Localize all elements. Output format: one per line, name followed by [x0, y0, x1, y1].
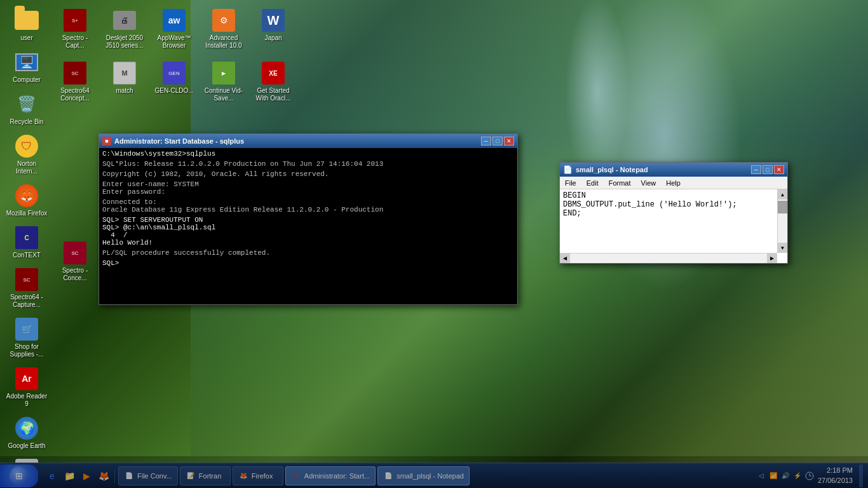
notepad-window[interactable]: 📄 small_plsql - Notepad ─ □ ✕ File Edit … — [559, 162, 788, 264]
notepad-menu-file[interactable]: File — [563, 179, 578, 187]
spectro-conce-icon: SC — [64, 241, 86, 264]
desktop-icon-advanced-installer[interactable]: ⚙ Advanced Installer 10.0 — [201, 6, 246, 51]
shop-icon: 🛒 — [15, 318, 38, 341]
notepad-minimize-btn[interactable]: ─ — [751, 165, 761, 174]
notepad-line-3: END; — [563, 209, 784, 218]
icon-label-user: user — [20, 34, 32, 42]
desktop-icon-spectro-conce[interactable]: SC Spectro - Conce... — [53, 239, 97, 283]
notepad-maximize-btn[interactable]: □ — [763, 165, 773, 174]
sqlplus-line-7: Oracle Database 11g Express Edition Rele… — [102, 206, 514, 214]
desktop-icon-context[interactable]: C ConTEXT — [4, 224, 49, 261]
system-tray: ◁ 📶 🔊 ⚡ 2:18 PM 27/06/2013 — [751, 464, 868, 487]
taskbar-item-file-conv[interactable]: 📄 File Conv... — [118, 466, 178, 485]
fortran-task-label: Fortran — [199, 472, 221, 480]
notepad-menu-edit[interactable]: Edit — [585, 179, 600, 187]
notepad-content[interactable]: BEGIN DBMS_OUTPUT.put_line ('Hello World… — [560, 189, 787, 253]
taskbar: ⊞ e 📁 ▶ 🦊 📄 File Conv... 📝 Fortran 🦊 Fir… — [0, 463, 868, 488]
notepad-menu-help[interactable]: Help — [664, 179, 682, 187]
desktop-icon-match[interactable]: M match — [102, 59, 147, 104]
system-clock[interactable]: 2:18 PM 27/06/2013 — [818, 466, 853, 485]
notepad-horizontal-scrollbar[interactable]: ◀ ▶ — [560, 253, 777, 263]
sqlplus-close-btn[interactable]: ✕ — [504, 137, 514, 146]
computer-icon: 🖥️ — [15, 53, 38, 71]
start-orb-icon: ⊞ — [10, 466, 29, 485]
icon-label-spectro64-concept: Spectro64 Concept... — [54, 87, 96, 102]
sqlplus-line-11: Hello World! — [102, 239, 514, 247]
icon-label-continue-vid: Continue Vid-Save... — [203, 87, 245, 102]
sqlplus-minimize-btn[interactable]: ─ — [481, 137, 491, 146]
desktop-icons-col1: user 🖥️ Computer 🗑️ Recycle Bin 🛡 Norton… — [1, 3, 52, 488]
sqlplus-titlebar: ■ Administrator: Start Database - sqlplu… — [99, 134, 517, 148]
desktop-icon-search[interactable]: 🔍 Search — [4, 456, 49, 488]
scroll-down-btn[interactable]: ▼ — [778, 243, 787, 253]
show-desktop-btn[interactable] — [859, 464, 863, 487]
taskbar-items: 📄 File Conv... 📝 Fortran 🦊 Firefox ■ Adm… — [118, 466, 751, 485]
desktop-icon-spectro-capt[interactable]: S+ Spectro - Capt... — [53, 6, 97, 51]
firefox-icon: 🦊 — [15, 184, 38, 207]
sqlplus-task-icon: ■ — [291, 471, 301, 481]
sqlplus-line-5: Enter password: — [102, 188, 514, 196]
icon-label-appwave: AppWave™ Browser — [153, 34, 195, 50]
file-conv-task-label: File Conv... — [137, 472, 172, 480]
desktop-icon-norton[interactable]: 🛡 Norton Intern... — [4, 132, 49, 177]
scroll-right-btn[interactable]: ▶ — [767, 254, 777, 263]
tray-network-icon[interactable]: 📶 — [768, 471, 778, 481]
icon-label-computer: Computer — [13, 76, 41, 84]
sqlplus-window[interactable]: ■ Administrator: Start Database - sqlplu… — [98, 133, 518, 305]
tray-notification-icon[interactable]: ◁ — [756, 471, 766, 481]
scroll-up-btn[interactable]: ▲ — [778, 189, 787, 200]
ql-media-icon[interactable]: ▶ — [79, 468, 94, 484]
ql-ie-icon[interactable]: e — [44, 468, 60, 484]
icon-label-advanced-installer: Advanced Installer 10.0 — [203, 34, 245, 50]
desktop-icon-spectro64[interactable]: SC Spectro64 - Capture... — [4, 266, 49, 310]
taskbar-item-notepad[interactable]: 📄 small_plsql - Notepad — [377, 466, 470, 485]
notepad-menu-format[interactable]: Format — [607, 179, 633, 187]
notepad-close-btn[interactable]: ✕ — [774, 165, 784, 174]
desktop-icon-computer[interactable]: 🖥️ Computer — [4, 48, 49, 85]
taskbar-item-sqlplus[interactable]: ■ Administrator: Start... — [285, 466, 376, 485]
notepad-title-icon: 📄 — [563, 165, 573, 174]
desktop-icon-spectro64-concept[interactable]: SC Spectro64 Concept... — [53, 59, 97, 104]
desktop-icon-continue-vid[interactable]: ▶ Continue Vid-Save... — [201, 59, 246, 104]
scroll-left-btn[interactable]: ◀ — [560, 254, 570, 263]
desktop-icon-gen-cldo[interactable]: GEN GEN-CLDO... — [152, 59, 196, 104]
desktop-icon-japan[interactable]: W Japan — [251, 6, 295, 51]
desktop-icon-user[interactable]: user — [4, 6, 49, 43]
desktop-icon-deskjet[interactable]: 🖨 Deskjet 2050 J510 series... — [102, 6, 147, 51]
scroll-thumb[interactable] — [778, 201, 787, 214]
start-button[interactable]: ⊞ — [0, 464, 38, 487]
desktop-icon-appwave[interactable]: aw AppWave™ Browser — [152, 6, 196, 51]
desktop-icon-shop[interactable]: 🛒 Shop for Supplies -... — [4, 315, 49, 360]
icon-label-oracle: Get Started With Oracl... — [252, 87, 294, 102]
taskbar-item-fortran[interactable]: 📝 Fortran — [180, 466, 231, 485]
notepad-line-2: DBMS_OUTPUT.put_line ('Hello World!'); — [563, 200, 784, 209]
notepad-vertical-scrollbar[interactable]: ▲ ▼ — [777, 189, 787, 253]
taskbar-item-firefox[interactable]: 🦊 Firefox — [233, 466, 283, 485]
deskjet-icon: 🖨 — [113, 11, 136, 30]
ql-firefox-quick-icon[interactable]: 🦊 — [96, 468, 111, 484]
context-icon: C — [15, 226, 38, 249]
sqlplus-line-10: 4 / — [102, 231, 514, 239]
desktop-icon-recycle-bin[interactable]: 🗑️ Recycle Bin — [4, 90, 49, 127]
sqlplus-maximize-btn[interactable]: □ — [492, 137, 503, 146]
notepad-title-text: small_plsql - Notepad — [576, 166, 648, 173]
desktop-icon-oracle[interactable]: XE Get Started With Oracl... — [251, 59, 295, 104]
notepad-menu-view[interactable]: View — [639, 179, 658, 187]
ql-folder-icon[interactable]: 📁 — [62, 468, 77, 484]
user-folder-icon — [15, 11, 39, 30]
icon-label-norton: Norton Intern... — [6, 160, 48, 175]
desktop-icon-adobe[interactable]: Ar Adobe Reader 9 — [4, 365, 49, 409]
desktop-icon-firefox[interactable]: 🦊 Mozilla Firefox — [4, 182, 49, 219]
sqlplus-line-1: C:\Windows\system32>sqlplus — [102, 150, 514, 158]
icon-label-spectro64: Spectro64 - Capture... — [6, 294, 48, 309]
sqlplus-controls: ─ □ ✕ — [481, 137, 514, 146]
advanced-installer-icon: ⚙ — [212, 9, 235, 32]
tray-volume-icon[interactable]: 🔊 — [780, 471, 790, 481]
desktop-icon-google-earth[interactable]: 🌍 Google Earth — [4, 414, 49, 451]
recycle-bin-icon: 🗑️ — [15, 93, 38, 116]
svg-point-0 — [806, 472, 813, 480]
sqlplus-line-9: SQL> @c:\an\small_plsql.sql — [102, 224, 514, 231]
match-icon: M — [113, 62, 136, 85]
firefox-task-icon: 🦊 — [238, 471, 248, 481]
tray-power-icon[interactable]: ⚡ — [792, 471, 803, 481]
